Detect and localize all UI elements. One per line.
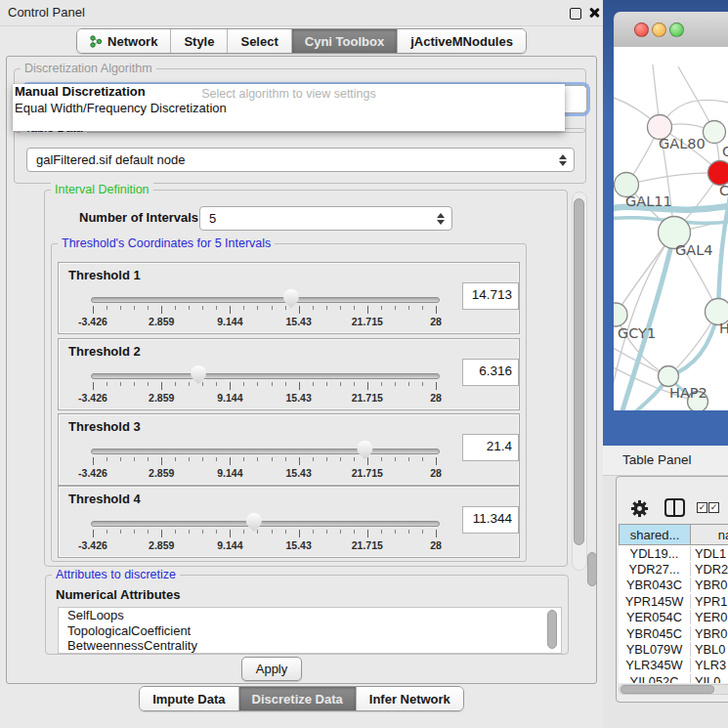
cell-shared-name: YDR27... <box>619 562 691 577</box>
tick-mark <box>340 530 341 534</box>
cell-shared-name: YIL052C <box>619 674 691 683</box>
minimize-traffic-light-icon[interactable] <box>652 22 666 37</box>
table-row[interactable]: YBL079WYBL0 <box>619 641 728 657</box>
table-data-combobox[interactable]: galFiltered.sif default node <box>26 148 575 172</box>
attribute-item-betweennesscentrality[interactable]: BetweennessCentrality <box>59 638 561 654</box>
tab-impute-data[interactable]: Impute Data <box>140 687 238 710</box>
tick-mark <box>395 382 396 386</box>
algorithm-option-manual-discretization[interactable]: Manual Discretization <box>14 84 146 99</box>
table-row[interactable]: YBR043CYBR0 <box>619 578 728 593</box>
attributes-list-scrollbar-thumb[interactable] <box>547 610 557 649</box>
tick-mark <box>299 306 300 314</box>
tab-label: Impute Data <box>152 692 225 707</box>
outer-scrollbar-thumb[interactable] <box>587 552 597 586</box>
tick-label: 2.859 <box>149 316 174 327</box>
network-node-hap2[interactable] <box>659 366 679 387</box>
split-columns-icon[interactable] <box>664 498 685 517</box>
float-window-icon[interactable] <box>570 8 581 20</box>
network-edge[interactable] <box>626 173 720 185</box>
control-panel-titlebar: Control Panel <box>0 0 603 26</box>
threshold-value-field[interactable]: 6.316 <box>462 359 519 386</box>
tab-discretize-data[interactable]: Discretize Data <box>239 687 357 710</box>
table-row[interactable]: YBR045CYBR0 <box>619 625 728 641</box>
horizontal-scrollbar-thumb[interactable] <box>621 685 714 694</box>
attributes-list[interactable]: SelfLoopsTopologicalCoefficientBetweenne… <box>58 607 562 654</box>
tick-mark <box>257 457 258 461</box>
apply-button[interactable]: Apply <box>241 657 302 681</box>
tab-cyni-toolbox[interactable]: Cyni Toolbox <box>292 29 398 53</box>
close-traffic-light-icon[interactable] <box>634 22 649 37</box>
slider-track[interactable] <box>91 449 440 454</box>
network-node-c[interactable] <box>708 161 728 186</box>
zoom-traffic-light-icon[interactable] <box>669 22 684 37</box>
close-icon[interactable] <box>588 7 600 19</box>
table-row[interactable]: YIL052CYIL0 <box>619 673 728 683</box>
tick-mark <box>367 530 368 537</box>
tick-mark <box>326 382 327 386</box>
thresholds-group: Threshold's Coordinates for 5 Intervals … <box>51 243 527 562</box>
threshold-value-field[interactable]: 11.344 <box>462 506 519 534</box>
network-window-titlebar[interactable] <box>614 12 728 48</box>
tab-label: Discretize Data <box>252 692 343 707</box>
panel-title: Control Panel <box>8 5 85 20</box>
algorithm-option-equal-width-frequency-discretization[interactable]: Equal Width/Frequency Discretization <box>14 101 227 115</box>
tab-style[interactable]: Style <box>171 29 228 53</box>
number-of-intervals-combobox[interactable]: 5 <box>199 206 452 231</box>
table-row[interactable]: YPR145WYPR1 <box>619 593 728 609</box>
network-view-canvas[interactable]: GAL80GCGAL11GAL4GCY1HHAP2 <box>614 47 728 410</box>
tick-mark <box>216 530 217 534</box>
tick-mark <box>120 457 121 461</box>
vertical-scrollbar-thumb[interactable] <box>574 198 584 545</box>
tick-mark <box>395 306 396 310</box>
slider-track[interactable] <box>91 521 440 527</box>
tick-mark <box>216 382 217 386</box>
column-header-shared-[interactable]: shared... <box>619 524 691 545</box>
tab-infer-network[interactable]: Infer Network <box>357 687 463 710</box>
table-row[interactable]: YER054CYER0 <box>619 610 728 625</box>
tick-mark <box>367 457 368 465</box>
node-table: ✓ ✓ shared...na YDL19...YDL1YDR27...YDR2… <box>616 476 728 703</box>
tick-mark <box>175 530 176 534</box>
slider-track[interactable] <box>91 297 440 303</box>
cyni-toolbox-panel: Discretization Algorithm Select algorith… <box>6 56 597 684</box>
threshold-box-3: Threshold 3-3.4262.8599.14415.4321.71528… <box>58 413 520 486</box>
network-node-g[interactable] <box>704 121 726 144</box>
cell-shared-name: YBR043C <box>619 578 691 592</box>
tick-mark <box>326 530 327 534</box>
tab-network[interactable]: Network <box>77 29 171 53</box>
tick-mark <box>216 457 217 461</box>
tick-mark <box>175 382 176 386</box>
tick-mark <box>436 530 437 537</box>
network-window: GAL80GCGAL11GAL4GCY1HHAP2 <box>603 0 728 446</box>
tick-mark <box>93 382 94 390</box>
top-tab-bar-wrap: NetworkStyleSelectCyni ToolboxjActiveMNo… <box>0 28 603 54</box>
attribute-item-topologicalcoefficient[interactable]: TopologicalCoefficient <box>59 623 561 639</box>
tab-jactivemnodules[interactable]: jActiveMNodules <box>398 29 526 53</box>
table-row[interactable]: YDL19...YDL1 <box>619 545 728 561</box>
threshold-value-field[interactable]: 14.713 <box>462 282 519 310</box>
table-row[interactable]: YDR27...YDR2 <box>619 561 728 577</box>
tab-label: jActiveMNodules <box>410 34 513 49</box>
column-header-na[interactable]: na <box>691 524 728 545</box>
network-edge-highlighted[interactable] <box>718 179 728 312</box>
table-header-row: shared...na <box>619 524 728 545</box>
tick-mark <box>202 530 203 534</box>
control-panel: Control Panel NetworkStyleSelectCyni Too… <box>0 0 603 728</box>
select-columns-checkbox-icon[interactable]: ✓ <box>697 502 707 513</box>
threshold-value-field[interactable]: 21.4 <box>462 434 519 461</box>
select-rows-checkbox-icon[interactable]: ✓ <box>708 502 719 513</box>
tick-label: 28 <box>430 392 442 404</box>
network-node-gcy1[interactable] <box>614 303 627 326</box>
node-label-hap2: HAP2 <box>669 385 707 401</box>
tab-label: Select <box>240 34 278 49</box>
slider-track[interactable] <box>91 373 440 379</box>
tick-mark <box>354 306 355 310</box>
attribute-item-selfloops[interactable]: SelfLoops <box>59 608 561 623</box>
tick-mark <box>313 530 314 534</box>
table-row[interactable]: YLR345WYLR3 <box>619 658 728 673</box>
tab-select[interactable]: Select <box>228 29 291 53</box>
tick-mark <box>216 306 217 310</box>
tick-label: 21.715 <box>352 392 383 404</box>
settings-gear-icon[interactable] <box>630 499 649 518</box>
cell-shared-name: YBR045C <box>619 626 691 641</box>
